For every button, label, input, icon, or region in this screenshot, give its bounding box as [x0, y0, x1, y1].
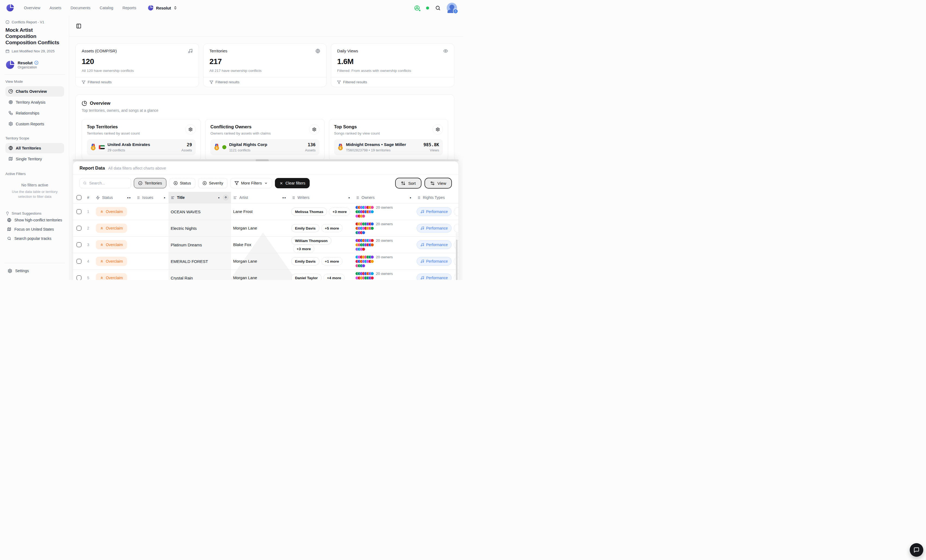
status-badge[interactable]: Overclaim — [96, 207, 127, 216]
stat-card-assets: Assets (COMP/SR) 120 All 120 have owners… — [76, 44, 199, 87]
filter-icon — [235, 181, 239, 185]
row-checkbox[interactable] — [77, 275, 82, 280]
filter-chip-territories[interactable]: Territories — [134, 178, 166, 188]
status-badge[interactable]: Overclaim — [96, 257, 127, 266]
rights-type-chip[interactable]: Performance — [417, 257, 452, 266]
owner-conflicts: 1121 conflicts — [229, 148, 267, 152]
more-writers-chip[interactable]: +4 more — [324, 274, 345, 280]
row-checkbox[interactable] — [77, 242, 82, 247]
more-rights-chip[interactable] — [454, 224, 458, 232]
brand-logo-icon[interactable] — [6, 4, 14, 12]
row-checkbox[interactable] — [77, 226, 82, 231]
status-badge[interactable]: Overclaim — [96, 240, 127, 249]
org-switcher[interactable]: Resolut — [148, 5, 177, 11]
table-row[interactable]: 5 Overclaim Crystal Rain Morgan Lane Dan… — [73, 269, 458, 280]
table-row[interactable]: 3 Overclaim Platinum Dreams Blake Fox Wi… — [73, 236, 458, 253]
table-row[interactable]: 4 Overclaim EMERALD FOREST Morgan Lane E… — [73, 253, 458, 269]
row-checkbox[interactable] — [77, 209, 82, 214]
select-all-checkbox[interactable] — [77, 195, 82, 200]
writer-chip[interactable]: Melissa Thomas — [291, 208, 327, 216]
writer-chip[interactable]: Emily Davis — [291, 257, 319, 265]
rights-cell: Performance — [415, 257, 458, 266]
row-number: 5 — [85, 276, 94, 280]
card-settings-button[interactable] — [185, 124, 196, 134]
more-writers-chip[interactable]: +3 more — [293, 245, 314, 253]
writer-chip[interactable]: Emily Davis — [291, 224, 319, 232]
nav-catalog[interactable]: Catalog — [100, 6, 113, 10]
writer-chip[interactable]: Daniel Taylor — [291, 274, 322, 280]
column-header-status[interactable]: Status — [94, 192, 134, 203]
column-header-writers[interactable]: Writers — [289, 192, 353, 203]
nav-assets[interactable]: Assets — [49, 6, 61, 10]
more-writers-chip[interactable]: +3 more — [329, 208, 350, 216]
owner-avatar-dot — [371, 210, 374, 214]
owner-avatar-dot — [362, 248, 365, 251]
filter-chip-status[interactable]: Status — [169, 178, 195, 188]
rank-item-territory[interactable]: 1 United Arab Emirates 29 conflicts 29 A… — [87, 139, 196, 155]
sidebar-item-custom-reports[interactable]: Custom Reports — [5, 119, 64, 129]
search-icon[interactable] — [435, 5, 441, 11]
suggestion-high-conflict-territories[interactable]: Show high-conflict territories — [5, 216, 64, 225]
column-grip-icon — [348, 195, 351, 200]
song-title: EMERALD FOREST — [171, 259, 208, 264]
rank-item-song[interactable]: 1 Midnight Dreams • Sage Miller T5602823… — [334, 139, 443, 155]
row-checkbox-cell — [73, 242, 85, 247]
more-rights-chip[interactable] — [454, 207, 458, 216]
rank-item-owner[interactable]: 1 Digital Rights Corp 1121 conflicts 136… — [210, 139, 319, 155]
vertical-scrollbar-thumb[interactable] — [456, 240, 458, 280]
artist-cell: Lane Frost — [231, 209, 289, 214]
sidebar-item-charts-overview[interactable]: Charts Overview — [5, 86, 64, 97]
nav-overview[interactable]: Overview — [24, 6, 40, 10]
view-button[interactable]: View — [424, 178, 452, 189]
owner-asset-count: 136 — [305, 142, 316, 147]
extension-status-icon[interactable] — [414, 5, 420, 11]
sidebar-item-territory-analysis[interactable]: Territory Analysis — [5, 97, 64, 107]
column-header-artist[interactable]: Artist — [231, 192, 289, 203]
owner-avatar-dot — [371, 239, 374, 242]
column-header-rights-types[interactable]: Rights Types — [415, 192, 458, 203]
column-header-issues[interactable]: Issues — [134, 192, 168, 203]
sidebar-item-relationships[interactable]: Relationships — [5, 108, 64, 118]
nav-documents[interactable]: Documents — [71, 6, 90, 10]
table-row[interactable]: 1 Overclaim OCEAN WAVES Lane Frost Melis… — [73, 203, 458, 220]
card-settings-button[interactable] — [433, 124, 443, 134]
owners-cell: 20 owners — [353, 205, 415, 218]
more-filters-button[interactable]: More Filters — [230, 178, 272, 188]
sidebar-item-single-territory[interactable]: Single Territory — [5, 154, 64, 164]
rights-type-chip[interactable]: Performance — [417, 240, 452, 249]
rights-type-chip[interactable]: Performance — [417, 207, 452, 216]
status-badge[interactable]: Overclaim — [96, 223, 127, 233]
sort-ascending-indicator[interactable] — [223, 195, 229, 201]
suggestion-focus-united-states[interactable]: Focus on United States — [5, 225, 64, 234]
writers-cell: Emily Davis+1 more — [289, 257, 353, 265]
nav-reports[interactable]: Reports — [123, 6, 136, 10]
more-writers-chip[interactable]: +1 more — [321, 257, 342, 265]
filter-chip-severity[interactable]: Severity — [198, 178, 227, 188]
column-header-owners[interactable]: Owners — [353, 192, 415, 203]
sidebar-item-all-territories[interactable]: All Territories — [5, 143, 64, 153]
card-settings-button[interactable] — [309, 124, 319, 134]
more-writers-chip[interactable]: +5 more — [321, 224, 342, 232]
map-icon — [8, 157, 13, 161]
rights-type-chip[interactable]: Performance — [417, 224, 452, 232]
row-checkbox-cell — [73, 209, 85, 214]
table-row[interactable]: 2 Overclaim Electric Nights Morgan Lane … — [73, 220, 458, 236]
writer-chip[interactable]: William Thompson — [291, 237, 331, 245]
rights-type-chip[interactable]: Performance — [417, 273, 452, 280]
conflicting-owners-card: Conflicting Owners Owners ranked by asse… — [205, 119, 324, 160]
user-avatar[interactable] — [447, 3, 457, 13]
column-header-title[interactable]: Title — [168, 192, 231, 203]
row-checkbox[interactable] — [77, 259, 82, 264]
owners-cell: 20 owners — [353, 255, 415, 268]
card-subtitle: Territories ranked by asset count — [87, 131, 140, 135]
sidebar-toggle-button[interactable] — [74, 22, 83, 30]
clear-filters-button[interactable]: Clear filters — [275, 178, 310, 188]
sort-button[interactable]: Sort — [395, 178, 422, 189]
org-card[interactable]: Resolut Organization — [5, 60, 64, 69]
status-badge[interactable]: Overclaim — [96, 273, 127, 280]
search-input[interactable] — [89, 181, 127, 185]
suggestion-search-popular-tracks[interactable]: Search popular tracks — [5, 234, 64, 243]
report-title: Mock Artist Composition Composition Conf… — [5, 27, 64, 46]
sidebar-item-settings[interactable]: Settings — [5, 265, 64, 276]
column-header-num[interactable]: # — [85, 192, 94, 203]
